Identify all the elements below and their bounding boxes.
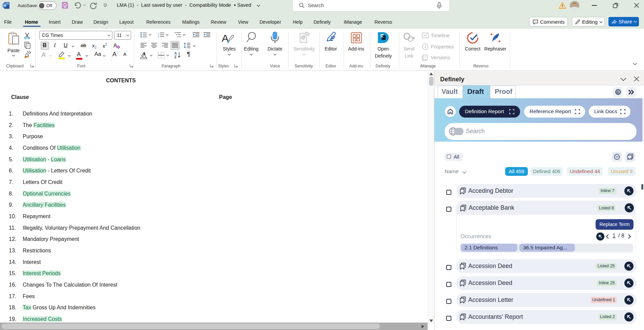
svg-text:Z: Z: [174, 55, 176, 59]
svg-text:W: W: [3, 4, 6, 7]
svg-text:A: A: [174, 51, 177, 55]
svg-text:A: A: [113, 43, 117, 48]
svg-text:3: 3: [158, 36, 159, 38]
svg-text:A: A: [222, 33, 229, 44]
